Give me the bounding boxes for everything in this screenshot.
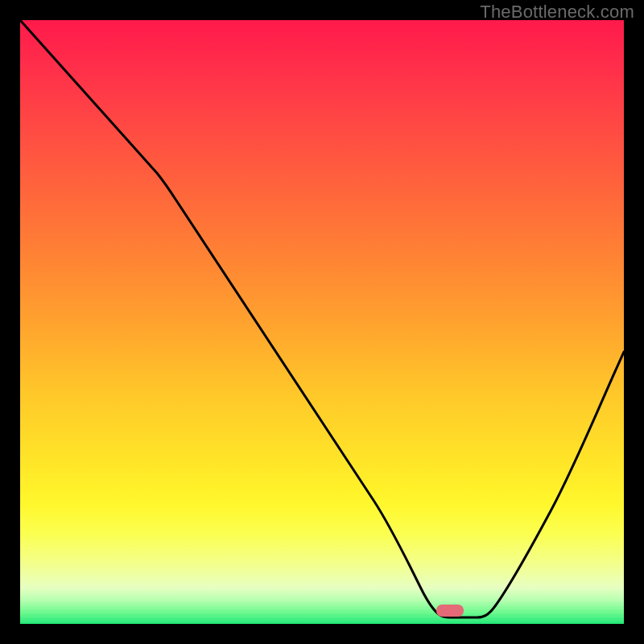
optimum-marker [436, 605, 464, 617]
curve-svg [20, 20, 624, 624]
chart-container: TheBottleneck.com [0, 0, 644, 644]
bottleneck-curve [20, 20, 624, 617]
plot-area [20, 20, 624, 624]
